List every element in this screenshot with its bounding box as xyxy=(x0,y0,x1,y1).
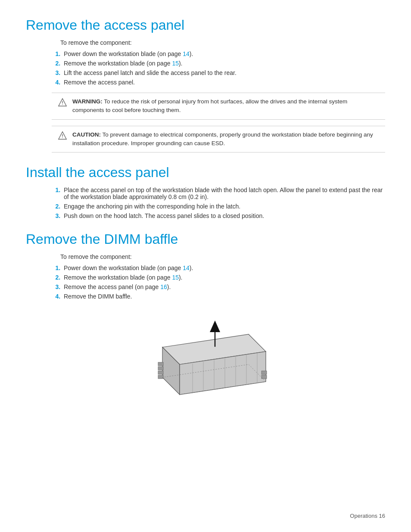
step-text: Lift the access panel latch and slide th… xyxy=(64,69,237,76)
warning-label: WARNING: xyxy=(72,98,103,105)
section-remove-access-panel: Remove the access panel To remove the co… xyxy=(26,17,385,152)
step-text: Place the access panel on top of the wor… xyxy=(64,187,383,200)
step-suffix: ). xyxy=(179,60,183,67)
svg-marker-22 xyxy=(210,320,220,332)
svg-point-3 xyxy=(62,137,62,137)
steps-list-remove-dimm-baffle: Power down the workstation blade (on pag… xyxy=(52,264,385,300)
page-link[interactable]: 14 xyxy=(183,264,190,271)
list-item: Remove the workstation blade (on page 15… xyxy=(62,60,385,67)
steps-list-remove-access-panel: Power down the workstation blade (on pag… xyxy=(52,50,385,86)
warning-notice: WARNING: To reduce the risk of personal … xyxy=(52,93,385,120)
footer-page-number: 16 xyxy=(379,513,385,519)
step-text: Power down the workstation blade (on pag… xyxy=(64,264,183,271)
section-title-install-access-panel: Install the access panel xyxy=(26,165,385,180)
svg-rect-15 xyxy=(158,371,163,374)
dimm-baffle-illustration xyxy=(26,308,385,420)
list-item: Remove the access panel (on page 16). xyxy=(62,283,385,290)
step-text: Remove the workstation blade (on page xyxy=(64,274,172,281)
warning-triangle-icon xyxy=(58,98,67,107)
step-text: Remove the workstation blade (on page xyxy=(64,60,172,67)
caution-notice-content: CAUTION: To prevent damage to electrical… xyxy=(72,131,379,148)
svg-point-1 xyxy=(62,104,62,105)
step-text: Power down the workstation blade (on pag… xyxy=(64,50,183,57)
list-item: Remove the workstation blade (on page 15… xyxy=(62,274,385,281)
svg-rect-17 xyxy=(158,362,163,366)
step-text: Remove the access panel (on page xyxy=(64,283,160,290)
caution-triangle-icon xyxy=(58,131,67,140)
list-item: Remove the access panel. xyxy=(62,79,385,86)
section-remove-dimm-baffle: Remove the DIMM baffle To remove the com… xyxy=(26,231,385,420)
page-link[interactable]: 14 xyxy=(183,50,190,57)
step-suffix: ). xyxy=(190,264,193,271)
step-text: Remove the access panel. xyxy=(64,79,135,86)
page-link[interactable]: 15 xyxy=(172,60,179,67)
page-footer: Operations 16 xyxy=(350,513,385,519)
page-link[interactable]: 16 xyxy=(160,283,167,290)
section-title-remove-access-panel: Remove the access panel xyxy=(26,17,385,33)
list-item: Remove the DIMM baffle. xyxy=(62,293,385,300)
list-item: Engage the anchoring pin with the corres… xyxy=(62,203,385,210)
step-suffix: ). xyxy=(179,274,183,281)
list-item: Power down the workstation blade (on pag… xyxy=(62,264,385,271)
svg-rect-14 xyxy=(158,375,163,379)
svg-rect-16 xyxy=(158,367,163,370)
svg-rect-19 xyxy=(262,371,267,374)
warning-notice-content: WARNING: To reduce the risk of personal … xyxy=(72,97,379,115)
list-item: Place the access panel on top of the wor… xyxy=(62,187,385,200)
intro-text-remove-access-panel: To remove the component: xyxy=(60,39,385,46)
steps-list-install-access-panel: Place the access panel on top of the wor… xyxy=(52,187,385,219)
section-title-remove-dimm-baffle: Remove the DIMM baffle xyxy=(26,231,385,247)
list-item: Lift the access panel latch and slide th… xyxy=(62,69,385,76)
step-text: Engage the anchoring pin with the corres… xyxy=(64,203,240,210)
dimm-baffle-svg xyxy=(132,308,279,420)
caution-notice: CAUTION: To prevent damage to electrical… xyxy=(52,126,385,153)
warning-text: To reduce the risk of personal injury fr… xyxy=(72,98,347,113)
caution-label: CAUTION: xyxy=(72,131,101,138)
intro-text-remove-dimm-baffle: To remove the component: xyxy=(60,253,385,260)
step-suffix: ). xyxy=(190,50,193,57)
caution-text: To prevent damage to electrical componen… xyxy=(72,131,373,146)
step-text: Push down on the hood latch. The access … xyxy=(64,212,264,219)
list-item: Push down on the hood latch. The access … xyxy=(62,212,385,219)
list-item: Power down the workstation blade (on pag… xyxy=(62,50,385,57)
section-install-access-panel: Install the access panel Place the acces… xyxy=(26,165,385,219)
page-link[interactable]: 15 xyxy=(172,274,179,281)
step-text: Remove the DIMM baffle. xyxy=(64,293,132,300)
step-suffix: ). xyxy=(167,283,171,290)
footer-label: Operations xyxy=(350,513,377,519)
